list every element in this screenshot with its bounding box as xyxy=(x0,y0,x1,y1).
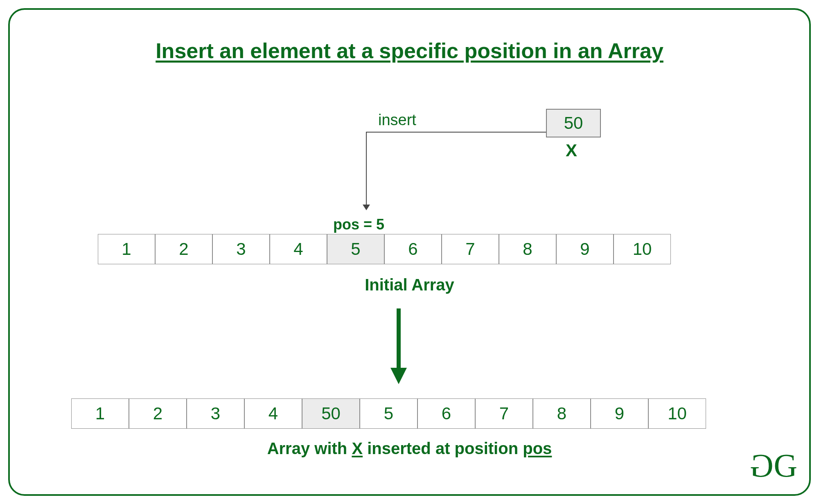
array-cell: 3 xyxy=(187,398,244,429)
insert-connector-horizontal xyxy=(366,132,546,133)
array-cell: 1 xyxy=(71,398,129,429)
result-array-row: 1234505678910 xyxy=(71,398,706,429)
array-cell: 50 xyxy=(302,398,360,429)
array-cell: 5 xyxy=(360,398,417,429)
array-cell: 6 xyxy=(417,398,475,429)
insert-action-label: insert xyxy=(378,111,416,129)
down-arrow-icon xyxy=(386,304,411,386)
gfg-logo-icon: GG xyxy=(752,449,795,482)
array-cell: 10 xyxy=(648,398,706,429)
array-cell: 8 xyxy=(499,234,556,264)
position-label: pos = 5 xyxy=(333,216,384,233)
array-cell: 2 xyxy=(129,398,187,429)
caption-text: inserted at position xyxy=(363,439,523,457)
initial-array-row: 12345678910 xyxy=(98,234,671,264)
page-title: Insert an element at a specific position… xyxy=(156,38,663,63)
array-cell: 9 xyxy=(591,398,648,429)
array-cell: 10 xyxy=(614,234,671,264)
array-cell: 4 xyxy=(244,398,302,429)
diagram-frame: Insert an element at a specific position… xyxy=(8,8,811,496)
array-cell: 7 xyxy=(442,234,499,264)
initial-array-caption: Initial Array xyxy=(365,276,454,294)
array-cell: 4 xyxy=(270,234,327,264)
array-cell: 5 xyxy=(327,234,384,264)
logo-g: G xyxy=(774,448,795,484)
array-cell: 2 xyxy=(155,234,212,264)
array-cell: 1 xyxy=(98,234,155,264)
insert-connector-vertical xyxy=(366,132,367,205)
result-array-caption: Array with X inserted at position pos xyxy=(267,439,552,458)
array-cell: 8 xyxy=(533,398,591,429)
array-cell: 9 xyxy=(556,234,614,264)
x-variable-label: X xyxy=(566,141,577,160)
caption-text: Array with xyxy=(267,439,352,457)
logo-g-flipped: G xyxy=(752,449,774,482)
array-cell: 3 xyxy=(212,234,270,264)
array-cell: 7 xyxy=(475,398,533,429)
caption-x-underline: X xyxy=(352,439,363,457)
svg-marker-1 xyxy=(390,368,407,384)
insert-arrowhead-icon xyxy=(363,205,370,210)
array-cell: 6 xyxy=(384,234,442,264)
caption-pos-underline: pos xyxy=(523,439,552,457)
x-value-box: 50 xyxy=(546,109,601,137)
